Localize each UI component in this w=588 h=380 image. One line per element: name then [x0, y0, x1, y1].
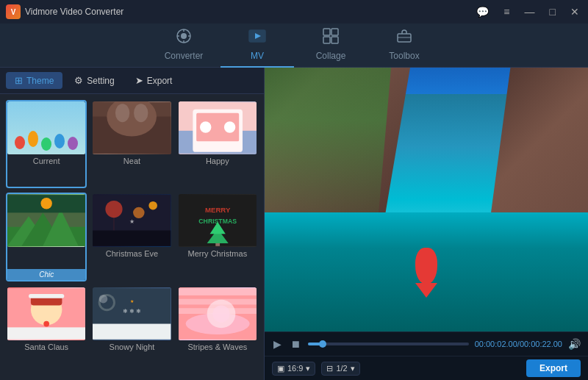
- video-info-bar: ▣ 16:9 ▾ ⊟ 1/2 ▾ Export: [265, 356, 588, 380]
- video-preview: [265, 68, 588, 331]
- svg-rect-46: [7, 327, 85, 339]
- subtab-export[interactable]: ➤ Export: [126, 72, 182, 89]
- tab-mv[interactable]: MV: [220, 24, 294, 68]
- svg-rect-9: [331, 29, 338, 35]
- svg-point-17: [115, 104, 129, 122]
- svg-point-31: [40, 198, 51, 209]
- theme-santa-label: Santa Claus: [7, 340, 85, 354]
- theme-grid: Current Neat: [0, 94, 264, 380]
- svg-text:★: ★: [129, 218, 135, 225]
- title-bar-left: V Vidmore Video Converter: [6, 4, 123, 19]
- close-button[interactable]: ✕: [567, 4, 582, 19]
- maximize-button[interactable]: □: [547, 4, 559, 19]
- kayak: [412, 248, 441, 292]
- svg-point-23: [200, 121, 211, 132]
- setting-icon: ⚙: [74, 75, 83, 86]
- theme-happy-label: Happy: [179, 154, 257, 168]
- theme-current[interactable]: Current: [6, 100, 87, 188]
- setting-label: Setting: [87, 76, 114, 86]
- mv-icon: [248, 28, 266, 48]
- split-icon: ⊟: [326, 364, 333, 373]
- svg-point-24: [224, 121, 235, 132]
- export-icon: ➤: [135, 75, 143, 86]
- right-panel: ▶ ⏹ 00:00:02.00/00:00:22.00 🔊 ▣ 16:9 ▾ ⊟: [265, 68, 588, 380]
- export-subtab-label: Export: [147, 76, 173, 86]
- svg-point-36: [149, 201, 158, 210]
- minimize-button[interactable]: —: [522, 4, 538, 19]
- svg-rect-33: [93, 231, 171, 246]
- left-panel: ⊞ Theme ⚙ Setting ➤ Export: [0, 68, 265, 380]
- theme-current-label: Current: [7, 154, 85, 168]
- converter-label: Converter: [165, 51, 204, 61]
- svg-rect-59: [179, 288, 257, 295]
- title-bar: V Vidmore Video Converter 💬 ≡ — □ ✕: [0, 0, 588, 24]
- toolbox-icon: [396, 28, 412, 48]
- theme-label: Theme: [26, 76, 54, 86]
- theme-merry-label: Merry Christmas: [179, 247, 257, 260]
- theme-neat-label: Neat: [93, 154, 171, 168]
- split-value: 1/2: [336, 364, 347, 373]
- svg-rect-11: [331, 37, 338, 43]
- svg-point-1: [181, 33, 187, 39]
- volume-button[interactable]: 🔊: [568, 338, 581, 350]
- theme-snowy-label: Snowy Night: [93, 340, 171, 354]
- tab-converter[interactable]: Converter: [147, 24, 220, 68]
- theme-merry-christmas[interactable]: MERRY CHRISTMAS Merry Christmas: [177, 193, 258, 281]
- svg-rect-10: [323, 37, 330, 43]
- svg-rect-52: [93, 323, 171, 339]
- progress-thumb: [319, 340, 326, 348]
- aspect-ratio-select[interactable]: ▣ 16:9 ▾: [272, 362, 315, 376]
- theme-neat[interactable]: Neat: [91, 100, 172, 188]
- mv-label: MV: [251, 51, 264, 61]
- main-content: ⊞ Theme ⚙ Setting ➤ Export: [0, 68, 588, 380]
- svg-rect-8: [323, 29, 330, 35]
- video-controls: ▶ ⏹ 00:00:02.00/00:00:22.00 🔊: [265, 331, 588, 356]
- stop-button[interactable]: ⏹: [289, 337, 302, 351]
- theme-chic[interactable]: ✓ Chic: [6, 193, 87, 281]
- svg-rect-44: [215, 243, 220, 246]
- theme-christmas-eve[interactable]: ★ Christmas Eve: [91, 193, 172, 281]
- time-display: 00:00:02.00/00:00:22.00: [475, 340, 562, 348]
- split-select[interactable]: ⊟ 1/2 ▾: [321, 362, 359, 376]
- theme-stripes-label: Stripes & Waves: [179, 340, 257, 354]
- svg-rect-49: [29, 294, 64, 298]
- svg-point-64: [212, 305, 229, 322]
- collage-label: Collage: [316, 51, 346, 61]
- subtab-theme[interactable]: ⊞ Theme: [6, 72, 62, 89]
- svg-point-55: [99, 295, 108, 304]
- title-bar-controls: 💬 ≡ — □ ✕: [473, 4, 582, 19]
- svg-point-50: [43, 320, 49, 326]
- chic-badge: Chic: [7, 269, 85, 280]
- chat-button[interactable]: 💬: [473, 4, 492, 19]
- svg-text:MERRY: MERRY: [205, 207, 231, 215]
- theme-stripes-waves[interactable]: Stripes & Waves: [177, 286, 258, 374]
- ratio-chevron: ▾: [306, 364, 310, 373]
- theme-snowy-night[interactable]: ❄ ❄ ❄ ★ Snowy Night: [91, 286, 172, 374]
- app-title: Vidmore Video Converter: [25, 7, 123, 17]
- converter-icon: [176, 28, 192, 48]
- subtab-setting[interactable]: ⚙ Setting: [65, 72, 123, 89]
- video-background: [265, 68, 588, 331]
- collage-icon: [323, 28, 339, 48]
- split-chevron: ▾: [351, 364, 355, 373]
- progress-bar[interactable]: [308, 343, 469, 345]
- tab-toolbox[interactable]: Toolbox: [368, 24, 441, 68]
- svg-text:★: ★: [130, 298, 134, 303]
- toolbox-label: Toolbox: [389, 51, 419, 61]
- tab-collage[interactable]: Collage: [294, 24, 368, 68]
- nav-tabs: Converter MV Collage: [0, 24, 588, 68]
- theme-xmas-label: Christmas Eve: [93, 247, 171, 260]
- theme-santa-claus[interactable]: Santa Claus: [6, 286, 87, 374]
- theme-icon: ⊞: [15, 75, 23, 86]
- play-button[interactable]: ▶: [272, 337, 283, 351]
- ratio-icon: ▣: [277, 364, 284, 373]
- theme-happy[interactable]: Happy: [177, 100, 258, 188]
- svg-point-18: [134, 104, 148, 122]
- export-button[interactable]: Export: [526, 359, 581, 377]
- svg-text:❄ ❄ ❄: ❄ ❄ ❄: [123, 308, 141, 315]
- svg-point-35: [133, 207, 144, 218]
- ratio-value: 16:9: [287, 364, 303, 373]
- menu-button[interactable]: ≡: [501, 4, 512, 19]
- kayak-body: [415, 248, 437, 284]
- app-icon: V: [6, 4, 21, 19]
